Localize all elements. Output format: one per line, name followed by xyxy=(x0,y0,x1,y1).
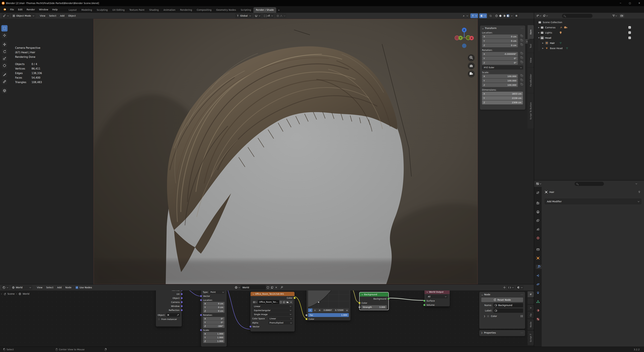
node-editor-canvas[interactable]: › Scene › World Normal UV Object Camera … xyxy=(0,291,534,347)
show-gizmo-button[interactable] xyxy=(462,13,469,18)
outliner-row-cameras[interactable]: ▶ Cameras ✓ xyxy=(534,25,644,30)
lock-icon[interactable] xyxy=(521,84,523,85)
tab-view-layer[interactable] xyxy=(536,218,540,223)
location-z[interactable]: Z0 cm xyxy=(482,43,518,47)
outliner-filter-mode[interactable] xyxy=(543,14,548,17)
tab-layout[interactable]: Layout xyxy=(66,7,79,13)
node-color-row[interactable]: ❯ Color xyxy=(484,315,523,318)
dim-x[interactable]: X1833 cm xyxy=(482,92,523,96)
node-tab-op[interactable]: Op xyxy=(528,312,534,319)
tab-constraints[interactable] xyxy=(536,291,540,295)
tab-material[interactable] xyxy=(536,308,540,313)
properties-editor-icon[interactable] xyxy=(536,182,541,185)
node-texture-coordinate[interactable]: Normal UV Object Camera Window Reflectio… xyxy=(156,291,182,327)
node-properties-panel[interactable]: ❯Properties:::: xyxy=(479,330,525,336)
tab-animation[interactable]: Animation xyxy=(161,7,178,13)
scale-y[interactable]: Y100.000 xyxy=(482,79,518,83)
input-bg-color[interactable]: Color xyxy=(360,301,388,305)
tool-measure[interactable] xyxy=(1,78,8,85)
tab-shading[interactable]: Shading xyxy=(147,7,161,13)
mapping-loc-y[interactable]: Y0 cm xyxy=(203,306,224,309)
input-scale[interactable]: Scale: xyxy=(201,328,226,332)
tool-rotate[interactable] xyxy=(1,48,8,55)
tab-tool[interactable] xyxy=(536,191,540,195)
tab-geometry-nodes[interactable]: Geometry Nodes xyxy=(214,7,238,13)
mapping-scale-y[interactable]: Y1.000 xyxy=(203,336,224,339)
sidebar-tab-facebuilder[interactable]: FaceBuilder xyxy=(528,68,534,93)
pause-render-button[interactable]: II xyxy=(514,13,518,18)
node-panel-title[interactable]: Node xyxy=(484,293,490,296)
tab-output[interactable] xyxy=(536,210,540,214)
tab-world[interactable] xyxy=(536,236,540,240)
node-world-output[interactable]: World Output All Surface Volume xyxy=(424,291,450,307)
world-name[interactable]: World xyxy=(241,285,266,290)
tab-physics[interactable] xyxy=(536,282,540,287)
location-x[interactable]: X0 cm xyxy=(482,34,518,38)
new-collection-button[interactable] xyxy=(620,14,624,17)
outliner-row-head[interactable]: ▼ Head ✓ xyxy=(534,35,644,40)
mapping-type-row[interactable]: Type: Point xyxy=(203,291,225,294)
exclude-checkbox[interactable]: ✓ xyxy=(628,36,631,39)
mapping-rot-z[interactable]: Z-184° xyxy=(203,324,224,328)
expand-icon[interactable]: ▶ xyxy=(542,42,544,44)
menu-window[interactable]: Window xyxy=(37,8,50,11)
tab-object[interactable] xyxy=(536,256,540,260)
properties-search[interactable] xyxy=(574,182,604,186)
tab-particles[interactable] xyxy=(536,273,540,278)
fac-slider[interactable]: Fac1.000 xyxy=(308,313,349,317)
viewport-menu-add[interactable]: Add xyxy=(58,14,66,17)
node-tab-blank[interactable] xyxy=(528,298,534,304)
node-snap-toggle[interactable] xyxy=(507,285,515,290)
delete-point-button[interactable]: × xyxy=(345,309,349,312)
node-snap-target-icon[interactable] xyxy=(503,286,506,289)
interpolation-dropdown[interactable]: Linear xyxy=(252,304,292,308)
navigation-gizmo[interactable]: Z Y X xyxy=(453,26,478,79)
shading-material[interactable] xyxy=(503,14,506,17)
menu-edit[interactable]: Edit xyxy=(16,8,24,11)
editor-type-button[interactable] xyxy=(2,13,10,18)
output-reflection[interactable]: Reflection xyxy=(156,308,182,312)
outliner-filter-icon[interactable] xyxy=(612,14,617,17)
scale-x[interactable]: X100.000 xyxy=(482,74,518,78)
output-window[interactable]: Window xyxy=(156,304,182,308)
handle-vector-button[interactable]: ∧ xyxy=(313,309,317,312)
tab-scene[interactable] xyxy=(536,227,540,232)
sidebar-tab-tool[interactable]: Tool xyxy=(528,39,534,53)
collapse-icon[interactable]: ▼ xyxy=(538,37,540,39)
tab-render[interactable] xyxy=(536,201,540,205)
pin-icon[interactable] xyxy=(280,286,283,289)
gizmos-toggle[interactable] xyxy=(470,13,478,18)
blender-menu-icon[interactable] xyxy=(3,8,6,11)
output-color[interactable]: Color xyxy=(250,296,294,300)
tab-rendering[interactable]: Rendering xyxy=(178,7,194,13)
node-background[interactable]: Background Background Color Strength3.00… xyxy=(359,292,389,310)
from-instancer-row[interactable]: From Instancer xyxy=(158,318,180,321)
output-normal[interactable]: Normal xyxy=(156,291,182,292)
mode-dropdown[interactable]: Object Mode xyxy=(11,13,36,18)
input-surface[interactable]: Surface xyxy=(424,299,450,303)
node-menu-select[interactable]: Select xyxy=(44,286,55,289)
output-object[interactable]: Object xyxy=(156,296,182,300)
color-space-row[interactable]: Color Space Linear xyxy=(252,317,293,320)
node-tab-script[interactable]: Script T xyxy=(528,331,534,345)
alpha-row[interactable]: Alpha Premultiplied xyxy=(252,321,293,325)
exclude-checkbox[interactable]: ✓ xyxy=(628,26,631,29)
location-y[interactable]: Y0 cm xyxy=(482,39,518,43)
rotation-z[interactable]: Z0° xyxy=(482,61,518,65)
node-editor-type-button[interactable] xyxy=(1,285,9,290)
overlays-toggle[interactable] xyxy=(479,13,487,18)
tool-move[interactable] xyxy=(1,41,8,48)
node-menu-view[interactable]: View xyxy=(35,286,44,289)
expand-icon[interactable]: ▶ xyxy=(542,47,544,49)
outliner-row-lights[interactable]: ▶ Lights ✓ xyxy=(534,30,644,35)
lock-icon[interactable] xyxy=(521,35,523,37)
orientation-dropdown[interactable]: Global xyxy=(235,13,252,18)
lock-icon[interactable] xyxy=(521,79,523,81)
node-menu-node[interactable]: Node xyxy=(64,286,74,289)
object-field[interactable]: Object: xyxy=(158,313,180,317)
env-tex-header[interactable]: Office_Room_Ten24.hdr.001 xyxy=(250,292,294,296)
mapping-loc-z[interactable]: Z0 cm xyxy=(203,309,224,313)
tab-texture[interactable] xyxy=(536,317,540,321)
projection-dropdown[interactable]: Equirectangular xyxy=(252,309,292,312)
sidebar-tab-view[interactable]: View xyxy=(528,53,534,67)
